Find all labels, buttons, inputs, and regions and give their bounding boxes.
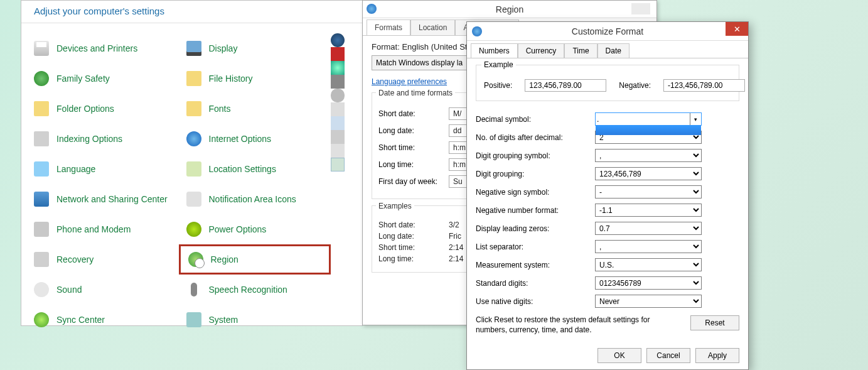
cp-item-speech-recognition[interactable]: Speech Recognition: [179, 275, 331, 305]
cp-item-label: Notification Area Icons: [209, 194, 296, 204]
row-label: Short time:: [378, 143, 449, 152]
setting-label: Decimal symbol:: [476, 115, 595, 124]
ic-folder-icon: [33, 100, 50, 117]
setting-select[interactable]: -: [595, 185, 702, 199]
control-panel-window: Adjust your computer's settings Devices …: [21, 0, 363, 326]
setting-select[interactable]: U.S.: [595, 258, 702, 271]
customize-setting-row: Use native digits:Never: [476, 295, 739, 308]
cancel-button[interactable]: Cancel: [646, 348, 690, 363]
cp-item-power-options[interactable]: Power Options: [179, 214, 331, 244]
cp-item-sync-center[interactable]: Sync Center: [26, 305, 179, 335]
cp-mini-icon[interactable]: [331, 116, 345, 130]
cp-item-notification-area-icons[interactable]: Notification Area Icons: [179, 184, 331, 214]
divider: [21, 23, 362, 23]
cp-item-recovery[interactable]: Recovery: [26, 244, 179, 275]
cp-item-label: Recovery: [56, 254, 94, 264]
close-button[interactable]: [631, 3, 650, 14]
cp-mini-icon[interactable]: [331, 47, 345, 61]
setting-select[interactable]: Never: [595, 295, 702, 308]
cp-item-language[interactable]: Language: [26, 154, 179, 184]
reset-button[interactable]: Reset: [690, 315, 739, 330]
customize-setting-row: Negative number format:-1.1: [476, 204, 739, 217]
cp-item-folder-options[interactable]: Folder Options: [26, 94, 179, 124]
cp-item-devices-and-printers[interactable]: Devices and Printers: [26, 33, 179, 63]
reset-row: Click Reset to restore the system defaul…: [476, 315, 739, 335]
setting-select[interactable]: ,: [595, 149, 702, 162]
ic-lang-icon: [33, 160, 50, 178]
decimal-symbol-combo[interactable]: ▾: [595, 112, 702, 126]
setting-select[interactable]: 0123456789: [595, 276, 702, 290]
ic-phone-icon: [33, 220, 50, 238]
customize-setting-row: Measurement system:U.S.: [476, 258, 739, 271]
cp-item-system[interactable]: System: [179, 305, 331, 335]
tab-location[interactable]: Location: [410, 19, 455, 35]
chevron-down-icon[interactable]: ▾: [690, 113, 701, 125]
cp-item-family-safety[interactable]: Family Safety: [26, 63, 179, 94]
cp-item-network-and-sharing-center[interactable]: Network and Sharing Center: [26, 184, 179, 214]
cp-item-label: Power Options: [209, 224, 267, 234]
close-button[interactable]: ✕: [726, 22, 748, 36]
cp-mini-icon[interactable]: [331, 130, 345, 144]
tab-formats[interactable]: Formats: [367, 19, 410, 35]
tab-date[interactable]: Date: [597, 43, 630, 58]
cp-item-label: Speech Recognition: [209, 285, 287, 295]
row-value: 2:14: [449, 254, 463, 263]
cp-item-region[interactable]: Region: [179, 244, 331, 275]
cp-item-label: Sync Center: [56, 315, 105, 325]
combo-input[interactable]: [596, 113, 701, 125]
setting-label: Digit grouping symbol:: [476, 151, 595, 160]
cp-item-label: Indexing Options: [56, 134, 122, 144]
control-panel-header: Adjust your computer's settings: [21, 1, 362, 23]
ok-button[interactable]: OK: [597, 348, 641, 363]
cp-item-indexing-options[interactable]: Indexing Options: [26, 124, 179, 154]
example-title: Example: [481, 60, 516, 69]
cp-item-label: Phone and Modem: [56, 224, 131, 234]
ic-folder-icon: [185, 70, 203, 87]
setting-select[interactable]: -1.1: [595, 204, 702, 217]
customize-titlebar: Customize Format ✕: [467, 22, 748, 41]
ic-sys-icon: [185, 311, 203, 329]
reset-text: Click Reset to restore the system defaul…: [476, 315, 680, 335]
ic-recover-icon: [33, 251, 50, 268]
cp-mini-icon[interactable]: [331, 102, 345, 116]
row-label: Long date:: [378, 126, 449, 135]
cp-item-phone-and-modem[interactable]: Phone and Modem: [26, 214, 179, 244]
combo-dropdown[interactable]: [596, 125, 701, 135]
cp-mini-icon[interactable]: [331, 33, 345, 47]
ic-globe-icon: [185, 130, 203, 148]
customize-body: Example Positive: Negative: Decimal symb…: [467, 58, 748, 341]
setting-select[interactable]: ,: [595, 240, 702, 253]
customize-setting-row: Standard digits:0123456789: [476, 276, 739, 290]
cp-item-file-history[interactable]: File History: [179, 63, 331, 94]
cp-item-display[interactable]: Display: [179, 33, 331, 63]
tab-numbers[interactable]: Numbers: [471, 43, 518, 58]
negative-value-input: [663, 79, 745, 92]
cp-col-2: DisplayFile HistoryFontsInternet Options…: [179, 33, 331, 335]
tab-currency[interactable]: Currency: [518, 43, 565, 58]
ic-folder-icon: [185, 100, 203, 117]
cp-mini-icon[interactable]: [331, 144, 345, 158]
cp-item-label: Display: [209, 43, 238, 53]
tab-time[interactable]: Time: [564, 43, 597, 58]
cp-item-internet-options[interactable]: Internet Options: [179, 124, 331, 154]
cp-item-sound[interactable]: Sound: [26, 275, 179, 305]
cp-mini-icon[interactable]: [331, 89, 345, 102]
globe-icon: [367, 4, 377, 14]
control-panel-grid: Devices and PrintersFamily SafetyFolder …: [21, 33, 362, 335]
example-group: Example Positive: Negative:: [476, 65, 739, 101]
apply-button[interactable]: Apply: [695, 348, 739, 363]
ic-net-icon: [33, 190, 50, 208]
setting-select[interactable]: 0.7: [595, 222, 702, 235]
cp-mini-icon[interactable]: [331, 75, 345, 89]
cp-item-fonts[interactable]: Fonts: [179, 94, 331, 124]
ic-sound-icon: [33, 281, 50, 298]
ic-power-icon: [185, 220, 203, 238]
cp-mini-icon[interactable]: [331, 158, 345, 171]
language-preferences-link[interactable]: Language preferences: [372, 77, 447, 86]
cp-item-label: Folder Options: [56, 104, 114, 114]
cp-item-location-settings[interactable]: Location Settings: [179, 154, 331, 184]
negative-label: Negative:: [619, 81, 651, 90]
ic-bell-icon: [185, 190, 203, 208]
cp-mini-icon[interactable]: [331, 61, 345, 75]
setting-select[interactable]: 123,456,789: [595, 167, 702, 180]
